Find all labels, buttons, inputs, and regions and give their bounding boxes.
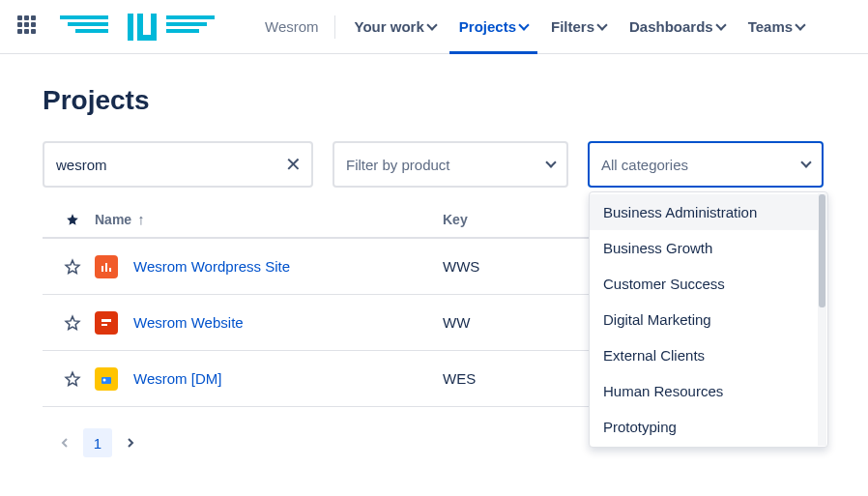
apps-switcher-icon[interactable] <box>17 15 41 39</box>
svg-rect-12 <box>109 268 111 272</box>
category-option[interactable]: Prototyping <box>590 409 827 445</box>
nav-dashboards[interactable]: Dashboards <box>620 11 735 43</box>
chevron-down-icon <box>717 23 725 31</box>
nav-divider <box>334 15 335 39</box>
filter-category-select[interactable]: All categories Business Administration B… <box>588 141 824 188</box>
chevron-down-icon <box>547 160 555 168</box>
star-icon[interactable] <box>64 258 81 276</box>
chevron-down-icon <box>796 23 804 31</box>
chevron-down-icon <box>598 23 606 31</box>
search-input-wrap[interactable]: ✕ <box>43 141 313 188</box>
svg-rect-14 <box>101 324 107 326</box>
star-icon[interactable] <box>64 314 81 332</box>
svg-rect-4 <box>137 14 143 35</box>
column-key[interactable]: Key <box>443 212 559 227</box>
project-link[interactable]: Wesrom Website <box>133 314 244 331</box>
project-key: WWS <box>443 258 479 275</box>
select-placeholder: Filter by product <box>346 157 450 173</box>
nav-projects[interactable]: Projects <box>449 11 537 43</box>
svg-rect-11 <box>105 263 107 272</box>
category-option[interactable]: Digital Marketing <box>590 302 827 337</box>
star-icon <box>66 213 79 226</box>
svg-rect-15 <box>101 377 111 384</box>
select-placeholder: All categories <box>601 157 688 173</box>
category-option[interactable]: External Clients <box>590 337 827 373</box>
svg-rect-9 <box>166 29 199 33</box>
nav-item-label: Your work <box>355 18 424 35</box>
star-icon[interactable] <box>64 370 81 388</box>
pagination-current-page[interactable]: 1 <box>83 428 112 457</box>
project-link[interactable]: Wesrom Wordpress Site <box>133 258 290 275</box>
org-name: Wesrom <box>259 18 329 35</box>
svg-rect-0 <box>60 15 108 19</box>
svg-point-16 <box>103 378 106 381</box>
filter-bar: ✕ Filter by product All categories Busin… <box>43 141 825 188</box>
svg-rect-2 <box>75 29 108 33</box>
nav-item-label: Filters <box>551 18 594 35</box>
project-avatar-icon <box>95 367 118 391</box>
project-key: WW <box>443 314 470 331</box>
nav: Wesrom Your work Projects Filters Dashbo… <box>259 11 814 43</box>
nav-your-work[interactable]: Your work <box>345 11 446 43</box>
nav-item-label: Projects <box>459 18 516 35</box>
nav-item-label: Dashboards <box>629 18 713 35</box>
logo[interactable] <box>60 14 234 41</box>
svg-rect-10 <box>101 266 103 272</box>
search-input[interactable] <box>56 157 300 173</box>
column-star[interactable] <box>50 213 95 226</box>
nav-item-label: Teams <box>748 18 793 35</box>
category-dropdown: Business Administration Business Growth … <box>589 191 828 448</box>
category-option[interactable]: Business Administration <box>590 194 827 230</box>
svg-rect-1 <box>68 22 108 26</box>
pagination-prev[interactable] <box>50 428 79 457</box>
svg-rect-8 <box>166 22 207 26</box>
chevron-down-icon <box>520 23 528 31</box>
column-name[interactable]: Name ↑ <box>95 211 443 227</box>
svg-rect-7 <box>166 15 215 19</box>
svg-rect-13 <box>101 319 111 322</box>
project-avatar-icon <box>95 311 118 335</box>
clear-search-icon[interactable]: ✕ <box>285 153 302 176</box>
filter-product-select[interactable]: Filter by product <box>333 141 568 188</box>
category-option[interactable]: Customer Success <box>590 266 827 302</box>
svg-rect-6 <box>151 14 157 41</box>
page-content: Projects ✕ Filter by product All categor… <box>0 54 868 488</box>
nav-filters[interactable]: Filters <box>541 11 616 43</box>
category-option[interactable]: Business Growth <box>590 230 827 266</box>
category-option[interactable]: Human Resources <box>590 373 827 409</box>
page-title: Projects <box>43 85 825 116</box>
project-link[interactable]: Wesrom [DM] <box>133 370 221 387</box>
pagination-next[interactable] <box>116 428 145 457</box>
chevron-down-icon <box>802 160 810 168</box>
sort-ascending-icon: ↑ <box>137 211 145 227</box>
dropdown-scrollbar[interactable] <box>818 193 826 446</box>
svg-rect-3 <box>128 14 133 41</box>
column-label: Name <box>95 212 131 227</box>
chevron-down-icon <box>428 23 436 31</box>
column-label: Key <box>443 212 468 227</box>
project-avatar-icon <box>95 255 118 278</box>
nav-teams[interactable]: Teams <box>738 11 814 43</box>
top-nav: Wesrom Your work Projects Filters Dashbo… <box>0 0 868 54</box>
project-key: WES <box>443 370 476 387</box>
